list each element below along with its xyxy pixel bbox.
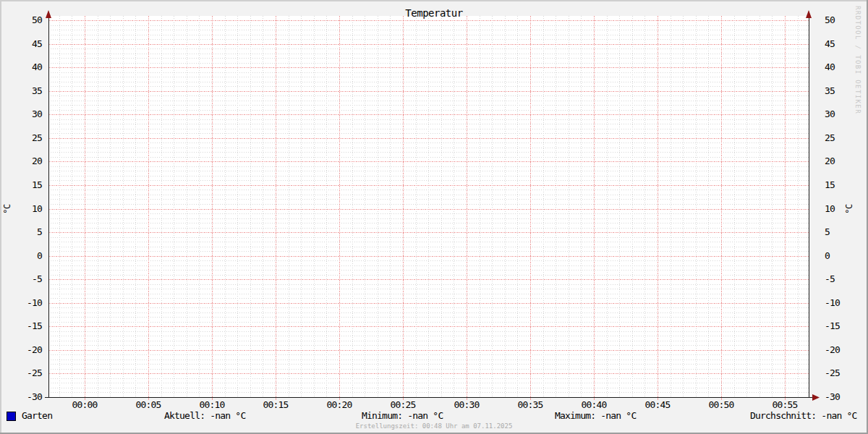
x-axis-tick-label: 00:50 (699, 400, 743, 410)
y-axis-tick-label-right: -20 (825, 345, 854, 355)
y-axis-tick-label-right: 45 (825, 39, 854, 49)
y-axis-tick-label-left: -20 (19, 345, 42, 355)
y-axis-tick-label-right: -5 (825, 274, 854, 284)
x-axis-tick-label: 00:55 (763, 400, 807, 410)
y-axis-tick-label-left: 45 (19, 39, 42, 49)
y-axis-tick-label-left: -30 (19, 392, 42, 402)
y-axis-tick-label-right: 40 (825, 62, 854, 72)
x-axis-tick-label: 00:10 (190, 400, 234, 410)
legend-label-garten: Garten (22, 411, 52, 421)
x-axis-tick-label: 00:15 (254, 400, 297, 410)
x-axis-tick-label: 00:40 (572, 400, 616, 410)
y-axis-tick-label-right: -30 (825, 392, 854, 402)
stat-durchschnitt: Durchschnitt: -nan °C (750, 411, 857, 421)
x-axis-tick-label: 00:35 (509, 400, 552, 410)
bevel-border-left (0, 0, 1, 434)
y-axis-tick-label-left: 25 (19, 133, 42, 143)
y-axis-tick-label-right: 10 (825, 204, 854, 214)
y-axis-tick-label-right: 50 (825, 15, 854, 25)
y-axis-tick-label-left: 10 (19, 204, 42, 214)
y-axis-tick-label-right: 25 (825, 133, 854, 143)
rrdtool-temperature-graph: Temperatur RRDTOOL / TOBI OETIKER °C °C … (0, 0, 868, 434)
rrdtool-watermark: RRDTOOL / TOBI OETIKER (854, 6, 861, 114)
y-axis-tick-label-left: 40 (19, 62, 42, 72)
y-axis-tick-label-right: 0 (825, 251, 854, 261)
chart-title: Temperatur (0, 7, 868, 19)
x-axis-tick-label: 00:00 (63, 400, 106, 410)
y-axis-tick-label-right: 5 (825, 227, 854, 237)
y-axis-tick-label-left: 20 (19, 156, 42, 166)
x-axis-tick-label: 00:45 (636, 400, 679, 410)
y-axis-tick-label-right: -25 (825, 368, 854, 378)
stat-aktuell: Aktuell: -nan °C (164, 411, 245, 421)
y-axis-tick-label-right: -10 (825, 298, 854, 308)
y-axis-tick-label-right: 15 (825, 180, 854, 190)
x-axis-tick-label: 00:30 (445, 400, 488, 410)
y-axis-tick-label-right: -15 (825, 321, 854, 331)
y-axis-tick-label-left: 35 (19, 86, 42, 96)
plot-area (0, 0, 868, 434)
y-axis-tick-label-left: -25 (19, 368, 42, 378)
bevel-border-top (0, 0, 868, 1)
y-axis-tick-label-right: 20 (825, 156, 854, 166)
y-axis-tick-label-left: -15 (19, 321, 42, 331)
y-axis-tick-label-left: 5 (19, 227, 42, 237)
y-axis-tick-label-left: 0 (19, 251, 42, 261)
y-axis-tick-label-left: -5 (19, 274, 42, 284)
stat-minimum: Minimum: -nan °C (362, 411, 443, 421)
y-axis-unit-left: °C (2, 198, 12, 220)
x-axis-tick-label: 00:20 (318, 400, 361, 410)
creation-timestamp: Erstellungszeit: 00:48 Uhr am 07.11.2025 (0, 422, 868, 430)
x-axis-tick-label: 00:25 (381, 400, 425, 410)
y-axis-tick-label-left: 15 (19, 180, 42, 190)
legend-swatch-garten (7, 412, 16, 421)
y-axis-tick-label-left: 50 (19, 15, 42, 25)
stat-maximum: Maximum: -nan °C (555, 411, 636, 421)
y-axis-tick-label-right: 30 (825, 109, 854, 119)
y-axis-tick-label-left: 30 (19, 109, 42, 119)
y-axis-tick-label-right: 35 (825, 86, 854, 96)
x-axis-tick-label: 00:05 (127, 400, 170, 410)
y-axis-tick-label-left: -10 (19, 298, 42, 308)
